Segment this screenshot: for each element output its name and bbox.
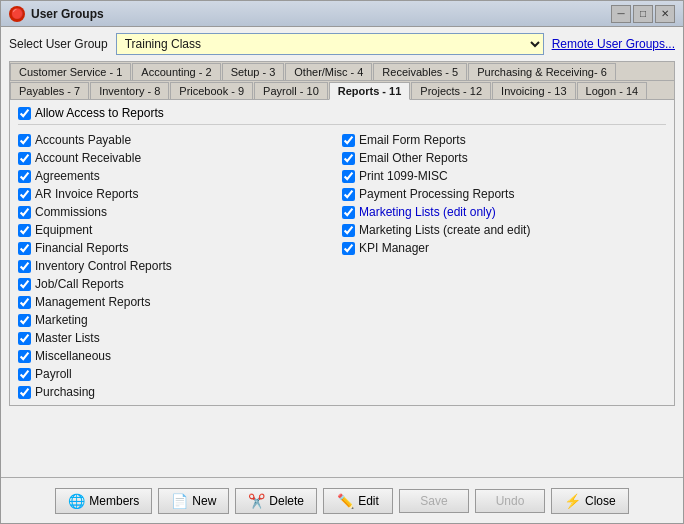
equipment-label: Equipment <box>35 223 92 237</box>
commissions-checkbox[interactable] <box>18 206 31 219</box>
window-controls: ─ □ ✕ <box>611 5 675 23</box>
inventory-control-reports-checkbox[interactable] <box>18 260 31 273</box>
master-lists-checkbox[interactable] <box>18 332 31 345</box>
new-icon: 📄 <box>171 493 188 509</box>
reports-panel: Allow Access to Reports Accounts Payable… <box>10 100 674 405</box>
payroll-reports-checkbox[interactable] <box>18 368 31 381</box>
purchasing-checkbox[interactable] <box>18 386 31 399</box>
maximize-button[interactable]: □ <box>633 5 653 23</box>
checkboxes-area: Accounts Payable Account Receivable Agre… <box>18 133 666 399</box>
edit-label: Edit <box>358 494 379 508</box>
kpi-manager-checkbox[interactable] <box>342 242 355 255</box>
user-groups-window: 🔴 User Groups ─ □ ✕ Select User Group Tr… <box>0 0 684 524</box>
payment-processing-reports-checkbox[interactable] <box>342 188 355 201</box>
ar-invoice-reports-label: AR Invoice Reports <box>35 187 138 201</box>
app-icon: 🔴 <box>9 6 25 22</box>
list-item: Master Lists <box>18 331 342 345</box>
print-1099-misc-checkbox[interactable] <box>342 170 355 183</box>
tabs-row-2: Payables - 7 Inventory - 8 Pricebook - 9… <box>10 81 674 100</box>
accounts-payable-checkbox[interactable] <box>18 134 31 147</box>
list-item: Marketing <box>18 313 342 327</box>
payroll-reports-label: Payroll <box>35 367 72 381</box>
marketing-lists-create-label: Marketing Lists (create and edit) <box>359 223 530 237</box>
tab-inventory[interactable]: Inventory - 8 <box>90 82 169 99</box>
close-button[interactable]: ⚡ Close <box>551 488 629 514</box>
list-item: AR Invoice Reports <box>18 187 342 201</box>
close-label: Close <box>585 494 616 508</box>
undo-label: Undo <box>496 494 525 508</box>
undo-button[interactable]: Undo <box>475 489 545 513</box>
tab-receivables[interactable]: Receivables - 5 <box>373 63 467 80</box>
save-label: Save <box>420 494 447 508</box>
select-group-dropdown[interactable]: Training Class Admin Manager Staff <box>116 33 544 55</box>
edit-button[interactable]: ✏️ Edit <box>323 488 393 514</box>
title-bar-left: 🔴 User Groups <box>9 6 104 22</box>
list-item: Agreements <box>18 169 342 183</box>
list-item: Print 1099-MISC <box>342 169 666 183</box>
tab-projects[interactable]: Projects - 12 <box>411 82 491 99</box>
tab-accounting[interactable]: Accounting - 2 <box>132 63 220 80</box>
tab-logon[interactable]: Logon - 14 <box>577 82 648 99</box>
kpi-manager-label: KPI Manager <box>359 241 429 255</box>
new-label: New <box>192 494 216 508</box>
ar-invoice-reports-checkbox[interactable] <box>18 188 31 201</box>
management-reports-label: Management Reports <box>35 295 150 309</box>
email-other-reports-label: Email Other Reports <box>359 151 468 165</box>
allow-access-label: Allow Access to Reports <box>35 106 164 120</box>
members-button[interactable]: 🌐 Members <box>55 488 152 514</box>
footer: 🌐 Members 📄 New ✂️ Delete ✏️ Edit Save U… <box>1 477 683 523</box>
delete-button[interactable]: ✂️ Delete <box>235 488 317 514</box>
allow-access-checkbox[interactable] <box>18 107 31 120</box>
tab-setup[interactable]: Setup - 3 <box>222 63 285 80</box>
allow-access-row: Allow Access to Reports <box>18 106 666 125</box>
list-item: Email Form Reports <box>342 133 666 147</box>
equipment-checkbox[interactable] <box>18 224 31 237</box>
agreements-label: Agreements <box>35 169 100 183</box>
list-item: Job/Call Reports <box>18 277 342 291</box>
select-group-container: Training Class Admin Manager Staff <box>116 33 544 55</box>
list-item: Miscellaneous <box>18 349 342 363</box>
right-column: Email Form Reports Email Other Reports P… <box>342 133 666 399</box>
tab-other-misc[interactable]: Other/Misc - 4 <box>285 63 372 80</box>
window-title: User Groups <box>31 7 104 21</box>
save-button[interactable]: Save <box>399 489 469 513</box>
list-item: Equipment <box>18 223 342 237</box>
title-bar: 🔴 User Groups ─ □ ✕ <box>1 1 683 27</box>
tab-pricebook[interactable]: Pricebook - 9 <box>170 82 253 99</box>
tab-invoicing[interactable]: Invoicing - 13 <box>492 82 575 99</box>
financial-reports-label: Financial Reports <box>35 241 128 255</box>
email-other-reports-checkbox[interactable] <box>342 152 355 165</box>
tab-purchasing-receiving[interactable]: Purchasing & Receiving- 6 <box>468 63 616 80</box>
list-item: Inventory Control Reports <box>18 259 342 273</box>
list-item: Payroll <box>18 367 342 381</box>
marketing-checkbox[interactable] <box>18 314 31 327</box>
list-item: Account Receivable <box>18 151 342 165</box>
agreements-checkbox[interactable] <box>18 170 31 183</box>
account-receivable-checkbox[interactable] <box>18 152 31 165</box>
remote-user-groups-link[interactable]: Remote User Groups... <box>552 37 675 51</box>
new-button[interactable]: 📄 New <box>158 488 229 514</box>
management-reports-checkbox[interactable] <box>18 296 31 309</box>
master-lists-label: Master Lists <box>35 331 100 345</box>
tab-customer-service[interactable]: Customer Service - 1 <box>10 63 131 80</box>
tab-payroll[interactable]: Payroll - 10 <box>254 82 328 99</box>
email-form-reports-label: Email Form Reports <box>359 133 466 147</box>
email-form-reports-checkbox[interactable] <box>342 134 355 147</box>
list-item: Payment Processing Reports <box>342 187 666 201</box>
job-call-reports-checkbox[interactable] <box>18 278 31 291</box>
miscellaneous-label: Miscellaneous <box>35 349 111 363</box>
commissions-label: Commissions <box>35 205 107 219</box>
inventory-control-reports-label: Inventory Control Reports <box>35 259 172 273</box>
list-item: Financial Reports <box>18 241 342 255</box>
close-icon: ⚡ <box>564 493 581 509</box>
main-content: Select User Group Training Class Admin M… <box>1 27 683 477</box>
tab-reports[interactable]: Reports - 11 <box>329 82 411 100</box>
marketing-lists-edit-checkbox[interactable] <box>342 206 355 219</box>
tab-payables[interactable]: Payables - 7 <box>10 82 89 99</box>
list-item: Accounts Payable <box>18 133 342 147</box>
marketing-lists-create-checkbox[interactable] <box>342 224 355 237</box>
miscellaneous-checkbox[interactable] <box>18 350 31 363</box>
minimize-button[interactable]: ─ <box>611 5 631 23</box>
financial-reports-checkbox[interactable] <box>18 242 31 255</box>
close-window-button[interactable]: ✕ <box>655 5 675 23</box>
